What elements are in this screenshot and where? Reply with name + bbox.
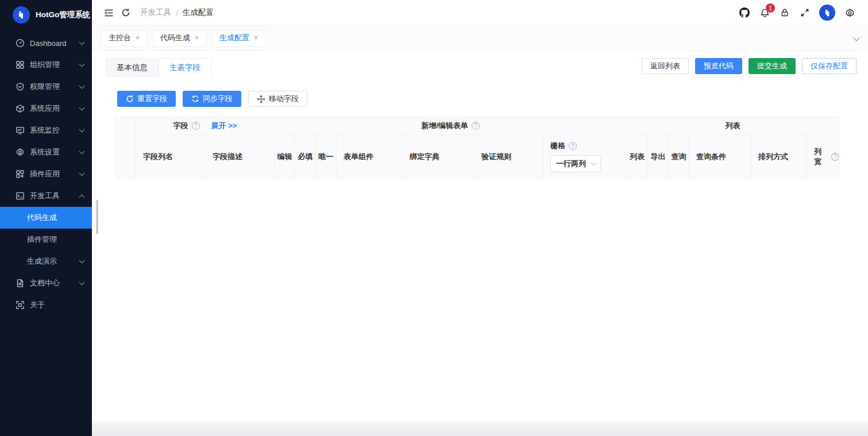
sidebar-item-doc-center[interactable]: 文档中心 — [0, 272, 92, 294]
sidebar-item-org-manage[interactable]: 组织管理 — [0, 54, 92, 76]
sidebar-item-plugin-app[interactable]: 插件应用 — [0, 163, 92, 185]
field-toolbar: 重置字段 同步字段 移动字段 — [117, 91, 859, 107]
sync-fields-button[interactable]: 同步字段 — [183, 91, 241, 107]
close-tab-icon[interactable]: × — [195, 34, 199, 41]
app-title: HotGo管理系统 — [36, 10, 90, 20]
about-icon — [15, 300, 25, 310]
col-dict: 绑定字典 — [403, 135, 474, 179]
reset-fields-button[interactable]: 重置字段 — [117, 91, 176, 107]
breadcrumb-parent[interactable]: 开发工具 — [140, 7, 171, 18]
chevron-down-icon — [79, 83, 85, 89]
tab-main-fields[interactable]: 主表字段 — [159, 58, 211, 77]
page-tab-label: 代码生成 — [160, 33, 190, 43]
sidebar-item-perm-manage[interactable]: 权限管理 — [0, 76, 92, 98]
settings-gear-icon[interactable] — [842, 5, 858, 21]
preview-code-button[interactable]: 预览代码 — [695, 58, 742, 74]
close-tab-icon[interactable]: × — [254, 34, 258, 41]
page-bottom-strip — [92, 421, 868, 436]
chevron-down-icon — [79, 127, 85, 133]
breadcrumb-current: 生成配置 — [183, 7, 214, 18]
width-help-icon[interactable]: ? — [831, 153, 839, 161]
sidebar-item-label: 关于 — [30, 300, 84, 310]
chevron-up-icon — [79, 194, 85, 200]
page-actions: 返回列表 预览代码 提交生成 仅保存配置 — [642, 58, 857, 74]
user-avatar[interactable] — [819, 5, 835, 21]
page-tab-label: 生成配置 — [219, 33, 249, 43]
chevron-down-icon — [591, 160, 597, 166]
org-icon — [15, 60, 25, 70]
grid-layout-select[interactable]: 一行两列 — [550, 155, 601, 172]
close-tab-icon[interactable]: × — [136, 34, 140, 41]
col-list: 列表 — [627, 135, 648, 179]
chevron-down-icon — [79, 40, 85, 45]
sync-icon — [191, 95, 199, 103]
col-cond: 查询条件 — [689, 135, 751, 179]
sidebar-item-plugin-manage[interactable]: 插件管理 — [0, 229, 92, 250]
sidebar-item-code-generate[interactable]: 代码生成 — [0, 207, 92, 229]
breadcrumb: 开发工具 / 生成配置 — [140, 7, 214, 18]
plugin-icon — [15, 169, 25, 179]
col-edit: 编辑 — [275, 135, 295, 179]
form-help-icon[interactable]: ? — [472, 122, 480, 130]
col-grid: 栅格 — [550, 141, 565, 151]
logo[interactable]: HotGo管理系统 — [0, 0, 92, 30]
sidebar-item-about[interactable]: 关于 — [0, 294, 92, 316]
col-export: 导出 — [648, 135, 669, 179]
doc-icon — [15, 279, 25, 288]
expand-link[interactable]: 展开 >> — [211, 121, 237, 131]
tab-basic-info[interactable]: 基本信息 — [106, 58, 159, 77]
sidebar-item-dashboard[interactable]: Dashboard — [0, 32, 92, 54]
content: 基本信息 主表字段 返回列表 预览代码 提交生成 仅保存配置 重置字段 同步字段… — [92, 51, 868, 421]
page-tab-label: 主控台 — [109, 33, 131, 43]
cube-icon — [15, 104, 25, 114]
save-config-only-button[interactable]: 仅保存配置 — [802, 58, 857, 74]
page-tabs: 主控台×代码生成×生成配置× — [92, 26, 868, 51]
sidebar-item-dev-tools[interactable]: 开发工具 — [0, 185, 92, 207]
terminal-icon — [15, 191, 25, 201]
col-desc: 字段描述 — [206, 135, 275, 179]
sidebar-item-sys-monitor[interactable]: 系统监控 — [0, 119, 92, 141]
col-align: 排列方式 — [751, 135, 807, 179]
page-tab-code-generate[interactable]: 代码生成× — [153, 30, 206, 47]
field-help-icon[interactable]: ? — [192, 122, 200, 130]
col-rule: 验证规则 — [474, 135, 543, 179]
group-list-label: 列表 — [726, 121, 740, 131]
sidebar-item-label: Dashboard — [30, 39, 80, 48]
tabs-dropdown-chevron-icon[interactable] — [853, 34, 859, 41]
sidebar-item-label: 组织管理 — [30, 60, 80, 70]
sidebar-item-label: 系统设置 — [30, 147, 80, 157]
topbar-actions: 1 — [736, 5, 858, 21]
page-tab-generate-config[interactable]: 生成配置× — [212, 30, 265, 47]
github-icon[interactable] — [736, 5, 753, 21]
sidebar-item-label: 插件应用 — [30, 169, 80, 179]
sidebar-item-generate-demo[interactable]: 生成演示 — [0, 250, 92, 272]
sidebar-item-sys-setting[interactable]: 系统设置 — [0, 141, 92, 163]
back-to-list-button[interactable]: 返回列表 — [642, 58, 689, 74]
card-tabs-row: 基本信息 主表字段 返回列表 预览代码 提交生成 仅保存配置 — [106, 58, 859, 77]
chevron-down-icon — [79, 258, 85, 264]
sidebar: HotGo管理系统 Dashboard组织管理权限管理系统应用系统监控系统设置插… — [0, 0, 92, 436]
shield-icon — [15, 82, 25, 92]
gear-icon — [15, 148, 25, 157]
col-query: 查询 — [669, 135, 689, 179]
chevron-down-icon — [79, 171, 85, 176]
grid-help-icon[interactable]: ? — [569, 142, 577, 150]
chevron-down-icon — [79, 61, 85, 67]
sidebar-item-label: 生成演示 — [27, 256, 80, 267]
group-form-label: 新增/编辑表单 — [421, 121, 468, 131]
refresh-page-icon[interactable] — [117, 4, 134, 21]
col-width: 列宽 — [814, 146, 828, 167]
move-fields-button[interactable]: 移动字段 — [248, 91, 307, 107]
vertical-scrollbar[interactable] — [96, 200, 98, 234]
sidebar-item-label: 代码生成 — [27, 213, 84, 223]
fullscreen-icon[interactable] — [797, 5, 813, 21]
fields-table: 字段 ? 展开 >> 新增/编辑表单 ? 列表 — [115, 116, 839, 179]
lock-screen-icon[interactable] — [777, 5, 793, 21]
collapse-sidebar-icon[interactable] — [100, 4, 117, 21]
submit-generate-button[interactable]: 提交生成 — [749, 58, 796, 74]
page-tab-console[interactable]: 主控台× — [101, 30, 147, 47]
sidebar-item-sys-app[interactable]: 系统应用 — [0, 98, 92, 119]
sidebar-item-label: 开发工具 — [30, 191, 80, 201]
notification-bell-icon[interactable]: 1 — [757, 5, 773, 21]
topbar: 开发工具 / 生成配置 1 — [92, 0, 868, 26]
